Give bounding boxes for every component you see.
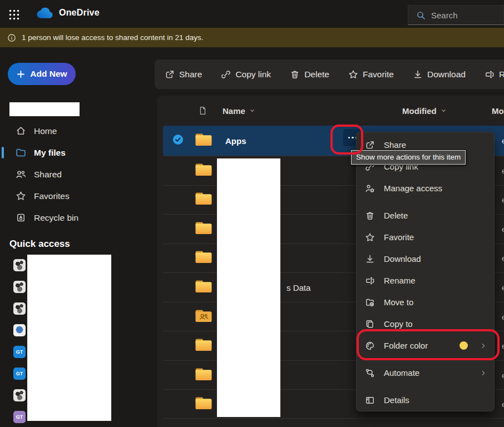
tooltip: Show more actions for this item [351, 150, 466, 165]
folder-icon [195, 367, 213, 381]
sidebar-item-my-files[interactable]: My files [0, 142, 157, 163]
dot [352, 137, 354, 139]
menu-item-manage-access[interactable]: Manage access [356, 177, 495, 199]
app-launcher-button[interactable] [7, 7, 21, 22]
row-folder-icon-wrap [195, 396, 213, 413]
row-folder-icon-wrap [195, 367, 213, 384]
menu-item-delete[interactable]: Delete [356, 205, 495, 226]
modified-by-fragment: er [502, 225, 504, 233]
add-new-button[interactable]: Add New [8, 63, 76, 85]
menu-item-details[interactable]: Details [356, 389, 495, 411]
sidebar-item-label: Favorites [34, 191, 70, 201]
sidebar-item-shared[interactable]: Shared [0, 163, 157, 185]
menu-item-favorite[interactable]: Favorite [356, 226, 495, 248]
chevron-down-icon [441, 108, 447, 114]
photo-avatar [13, 302, 26, 315]
modified-by-fragment: er [502, 166, 504, 175]
initials-avatar: GT [13, 346, 26, 358]
toolbar-label: Download [427, 69, 466, 80]
menu-item-automate[interactable]: Automate [356, 362, 495, 384]
toolbar-label: Share [179, 69, 202, 80]
redacted-account-name [9, 102, 80, 116]
people-icon [16, 169, 26, 180]
menu-item-label: Copy to [384, 319, 487, 329]
menu-item-label: Folder color [384, 341, 451, 350]
folder-icon [195, 221, 213, 235]
menu-item-rename[interactable]: Rename [356, 270, 495, 291]
site-globe-avatar [13, 324, 26, 336]
sidebar-item-home[interactable]: Home [0, 120, 157, 142]
toolbar-rename-button[interactable]: Rename [485, 69, 504, 80]
check-circle-icon [172, 134, 184, 145]
modified-by-fragment: er [502, 196, 504, 204]
link-icon [221, 69, 231, 80]
row-folder-icon-wrap [195, 337, 213, 354]
modified-column-label: Modified [402, 106, 437, 116]
toolbar-label: Rename [499, 69, 504, 80]
toolbar-favorite-button[interactable]: Favorite [348, 69, 394, 80]
folder-icon [195, 279, 213, 294]
plus-icon [16, 69, 26, 79]
toolbar-copy-link-button[interactable]: Copy link [221, 69, 271, 80]
palette-icon [365, 341, 375, 351]
menu-item-folder-color[interactable]: Folder color [356, 335, 495, 356]
modified-by-column-header[interactable]: Mo [492, 106, 504, 116]
toolbar-share-button[interactable]: Share [165, 69, 202, 80]
rename-icon [365, 276, 375, 286]
modified-by-fragment: er [502, 400, 504, 408]
share-icon [165, 69, 175, 80]
search-icon [416, 11, 426, 20]
menu-item-label: Move to [384, 297, 487, 307]
name-column-header[interactable]: Name [223, 106, 255, 116]
sidebar-item-label: Shared [34, 170, 62, 180]
toolbar-delete-button[interactable]: Delete [290, 69, 329, 80]
chevron-right-icon [480, 342, 487, 349]
notification-banner: 1 person will lose access to shared cont… [0, 28, 504, 47]
sidebar-item-favorites[interactable]: Favorites [0, 185, 157, 207]
menu-item-copy-to[interactable]: Copy to [356, 313, 495, 335]
toolbar-label: Favorite [363, 69, 394, 80]
sidebar-item-label: Home [34, 126, 57, 136]
home-icon [16, 126, 26, 136]
photo-avatar [13, 389, 26, 401]
chevron-right-icon [480, 370, 487, 376]
file-name: Apps [225, 136, 246, 146]
selection-checkmark[interactable] [172, 134, 184, 147]
onedrive-logo[interactable]: OneDrive [37, 7, 100, 19]
onedrive-cloud-icon [37, 7, 54, 19]
automate-icon [365, 368, 375, 378]
dot [348, 137, 350, 139]
waffle-icon [8, 9, 20, 21]
toolbar-download-button[interactable]: Download [413, 69, 466, 80]
row-folder-icon-wrap [195, 191, 213, 208]
search-input[interactable]: Search [408, 5, 504, 25]
delete-icon [290, 69, 300, 80]
menu-item-move-to[interactable]: Move to [356, 291, 495, 313]
toolbar-label: Copy link [235, 69, 271, 80]
folder-icon [195, 191, 213, 206]
redacted-file-names [217, 158, 280, 417]
list-header: Name Modified Mo [157, 96, 504, 126]
sidebar-item-recycle-bin[interactable]: Recycle bin [0, 207, 157, 229]
folder-icon [195, 250, 213, 264]
manage-access-icon [365, 183, 375, 193]
banner-text: 1 person will lose access to shared cont… [22, 33, 203, 42]
folder-icon [195, 337, 213, 352]
initials-avatar: GT [13, 368, 26, 380]
menu-item-label: Download [384, 254, 487, 264]
star-icon [365, 232, 375, 242]
share-icon [365, 140, 375, 150]
modified-column-header[interactable]: Modified [402, 106, 447, 116]
folder-icon [195, 132, 213, 147]
folder-icon [195, 162, 213, 177]
menu-item-download[interactable]: Download [356, 248, 495, 270]
command-bar: ShareCopy linkDeleteFavoriteDownloadRena… [155, 59, 504, 89]
star-icon [16, 191, 26, 201]
file-type-column-header[interactable] [198, 106, 207, 116]
modified-by-fragment: er [502, 254, 504, 262]
add-new-label: Add New [30, 69, 67, 79]
menu-item-label: Share [384, 140, 487, 150]
modified-by-fragment: er [502, 284, 504, 292]
menu-item-label: Manage access [384, 183, 487, 193]
row-folder-icon-wrap [195, 162, 213, 179]
